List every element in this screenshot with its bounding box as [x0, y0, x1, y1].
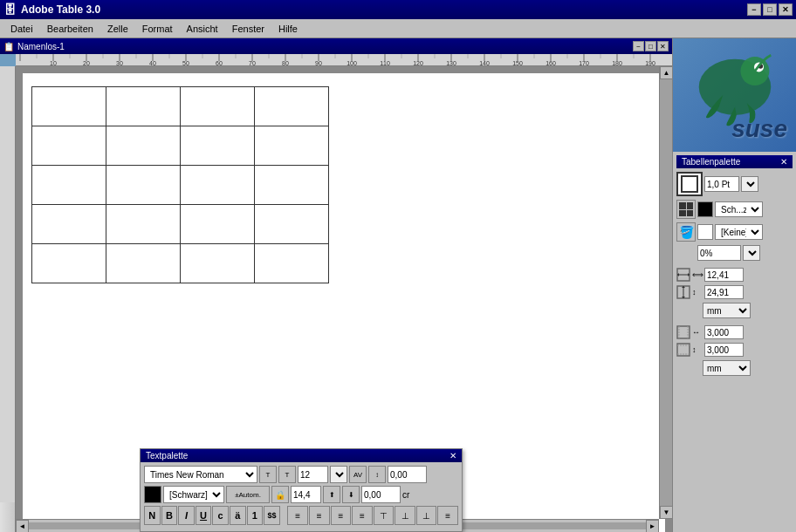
- normal-btn[interactable]: N: [144, 506, 161, 525]
- currency-btn[interactable]: $$: [264, 506, 280, 525]
- table-cell[interactable]: [255, 126, 329, 166]
- table-cell[interactable]: [181, 166, 255, 205]
- margin-unit-row: mm: [676, 360, 793, 376]
- char-format-icon[interactable]: T: [259, 466, 277, 483]
- menu-bar: Datei Bearbeiten Zelle Format Ansicht Fe…: [0, 19, 796, 38]
- scroll-up-button[interactable]: ▲: [660, 66, 672, 79]
- opacity-row: %: [676, 245, 793, 261]
- table-cell[interactable]: [181, 205, 255, 244]
- scroll-track-v[interactable]: [660, 79, 672, 506]
- menu-hilfe[interactable]: Hilfe: [271, 22, 305, 36]
- bold-btn[interactable]: B: [161, 506, 178, 525]
- leading-lock-icon[interactable]: 🔒: [271, 486, 289, 503]
- close-button[interactable]: ✕: [779, 3, 793, 16]
- stroke-width-input[interactable]: [704, 176, 739, 192]
- horizontal-ruler: // Will be done inline 10203040506070809…: [16, 54, 672, 66]
- svg-text:50: 50: [182, 60, 189, 66]
- underline-btn[interactable]: U: [196, 506, 212, 525]
- menu-ansicht[interactable]: Ansicht: [180, 22, 225, 36]
- table-cell[interactable]: [32, 166, 106, 205]
- fill-color-swatch[interactable]: [697, 224, 713, 240]
- stroke-color-swatch[interactable]: [697, 201, 713, 217]
- cell-height-input[interactable]: [704, 285, 744, 299]
- tabellenpalette-close-icon[interactable]: ✕: [780, 157, 787, 167]
- table-cell[interactable]: [255, 166, 329, 205]
- margin-unit-select[interactable]: mm: [703, 360, 751, 376]
- color-select[interactable]: [Schwarz]: [163, 486, 224, 503]
- leading-mode-btn[interactable]: ±Autom.: [226, 486, 270, 503]
- svg-text:10: 10: [50, 60, 57, 66]
- table-cell[interactable]: [32, 205, 106, 244]
- italic-btn[interactable]: I: [178, 506, 195, 525]
- align-middle-btn[interactable]: ⊥: [395, 506, 415, 525]
- width-icon: [676, 268, 690, 282]
- fill-color-select[interactable]: [Keine]: [715, 224, 763, 240]
- dim-unit-select[interactable]: mm: [703, 303, 751, 318]
- align-center-btn[interactable]: ≡: [309, 506, 330, 525]
- align-right-btn[interactable]: ≡: [331, 506, 352, 525]
- font-select[interactable]: Times New Roman: [144, 466, 257, 483]
- table-cell[interactable]: [106, 244, 181, 283]
- svg-text:80: 80: [282, 60, 289, 66]
- text-color-swatch[interactable]: [144, 486, 161, 503]
- table-cell[interactable]: [106, 87, 181, 126]
- app-title: Adobe Table 3.0: [21, 3, 100, 16]
- scroll-right-button[interactable]: ►: [646, 520, 659, 533]
- textpalette-title-bar[interactable]: Textpalette ✕: [141, 449, 462, 462]
- table-cell[interactable]: [32, 126, 106, 166]
- menu-fenster[interactable]: Fenster: [225, 22, 271, 36]
- margin-h-input[interactable]: [704, 325, 744, 339]
- scroll-left-button[interactable]: ◄: [16, 520, 29, 533]
- minimize-button[interactable]: −: [747, 3, 761, 16]
- stroke-color-select[interactable]: Sch...z: [715, 201, 763, 217]
- margin-v-input[interactable]: [704, 343, 744, 357]
- maximize-button[interactable]: □: [763, 3, 777, 16]
- kern-input[interactable]: [388, 466, 427, 483]
- table-cell[interactable]: [181, 87, 255, 126]
- doc-close-button[interactable]: ✕: [657, 41, 669, 51]
- grid-cell: [687, 202, 694, 209]
- opacity-input[interactable]: [697, 245, 741, 261]
- svg-text:90: 90: [315, 60, 322, 66]
- menu-zelle[interactable]: Zelle: [100, 22, 135, 36]
- doc-minimize-button[interactable]: −: [633, 41, 644, 51]
- menu-bearbeiten[interactable]: Bearbeiten: [40, 22, 100, 36]
- svg-text:190: 190: [645, 60, 655, 66]
- align-justify-btn[interactable]: ≡: [352, 506, 373, 525]
- table-cell[interactable]: [32, 244, 106, 283]
- table-cell[interactable]: [32, 87, 106, 126]
- textpalette-close-icon[interactable]: ✕: [449, 451, 456, 460]
- align-bottom-btn[interactable]: ⊥: [416, 506, 437, 525]
- font-size-input[interactable]: [298, 466, 328, 483]
- table-cell[interactable]: [255, 87, 329, 126]
- tabellenpalette-label: Tabellenpalette: [682, 157, 740, 167]
- align-left-btn[interactable]: ≡: [287, 506, 308, 525]
- cell-width-input[interactable]: [704, 268, 744, 282]
- size-unit-select[interactable]: pt: [330, 466, 347, 483]
- doc-maximize-button[interactable]: □: [645, 41, 656, 51]
- vertical-scrollbar[interactable]: ▲ ▼: [659, 66, 672, 519]
- table-cell[interactable]: [181, 244, 255, 283]
- table-cell[interactable]: [255, 205, 329, 244]
- align-full-btn[interactable]: ≡: [437, 506, 458, 525]
- spreadsheet-table[interactable]: [31, 86, 329, 283]
- align-top-btn[interactable]: ⊤: [374, 506, 395, 525]
- stroke-unit-select[interactable]: Pt: [741, 176, 758, 192]
- table-cell[interactable]: [106, 205, 181, 244]
- menu-format[interactable]: Format: [135, 22, 180, 36]
- menu-datei[interactable]: Datei: [3, 22, 40, 36]
- superscript-btn[interactable]: 1: [247, 506, 264, 525]
- table-cell[interactable]: [106, 126, 181, 166]
- kern-val-icon: ↕: [368, 466, 386, 483]
- small-caps-btn[interactable]: c: [212, 506, 229, 525]
- baseline-input[interactable]: [361, 486, 401, 503]
- grid-lines-icon[interactable]: [676, 200, 696, 219]
- special-char-btn[interactable]: ä: [230, 506, 246, 525]
- opacity-unit-select[interactable]: %: [743, 245, 760, 261]
- table-cell[interactable]: [181, 126, 255, 166]
- leading-input[interactable]: [291, 486, 321, 503]
- paint-bucket-icon[interactable]: 🪣: [676, 222, 696, 242]
- scroll-down-button[interactable]: ▼: [660, 506, 672, 519]
- table-cell[interactable]: [255, 244, 329, 283]
- table-cell[interactable]: [106, 166, 181, 205]
